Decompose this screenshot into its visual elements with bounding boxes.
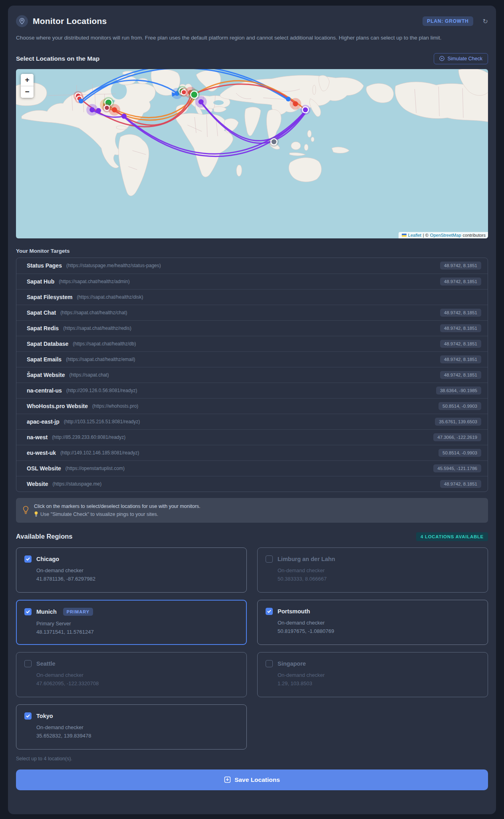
region-card[interactable]: Munich PRIMARY Primary Server 48.1371541…: [16, 600, 247, 645]
target-name: Status Pages: [27, 262, 62, 269]
target-url: (https://sapat.chat/healthz/db): [73, 341, 440, 347]
region-coords: 35.652832, 139.839478: [36, 732, 238, 740]
simulate-check-button[interactable]: Simulate Check: [434, 53, 488, 64]
target-name: Sapat Filesystem: [27, 294, 72, 300]
zoom-in-button[interactable]: +: [21, 74, 34, 86]
region-type: On-demand checker: [278, 566, 480, 575]
target-row: Sapat Database (https://sapat.chat/healt…: [16, 336, 488, 351]
target-coords-badge: 48.9742, 8.1851: [440, 324, 481, 332]
target-row: na-central-us (http://209.126.0.56:8081/…: [16, 383, 488, 398]
region-coords: 50.8197675, -1.0880769: [278, 627, 480, 635]
target-url: (https://statuspage.me): [52, 481, 440, 487]
map-marker[interactable]: [121, 113, 127, 119]
map-zoom-control: + −: [21, 74, 34, 98]
map-marker[interactable]: [198, 99, 204, 104]
map-marker[interactable]: [271, 139, 277, 145]
leaflet-link[interactable]: Leaflet: [408, 233, 421, 238]
region-type: On-demand checker: [36, 566, 238, 575]
region-coords: 47.6062095, -122.3320708: [36, 679, 238, 688]
region-card[interactable]: Seattle On-demand checker 47.6062095, -1…: [16, 652, 247, 697]
region-coords: 1.29, 103.8503: [278, 679, 480, 688]
target-url: (http://149.102.146.185:8081/readyz): [60, 450, 439, 456]
target-url: (http://209.126.0.56:8081/readyz): [66, 388, 436, 393]
target-coords-badge: 48.9742, 8.1851: [440, 371, 481, 379]
target-row: Status Pages (https://statuspage.me/heal…: [16, 258, 488, 274]
selection-limit-note: Select up to 4 location(s).: [16, 756, 488, 761]
region-coords: 50.383333, 8.066667: [278, 575, 480, 583]
region-name: Chicago: [36, 556, 59, 562]
target-url: (http://103.125.216.51:8081/readyz): [64, 419, 435, 424]
target-url: (https://sapat.chat): [69, 372, 440, 378]
target-name: WhoHosts.pro Website: [27, 403, 88, 409]
region-type: On-demand checker: [278, 619, 480, 627]
region-card[interactable]: Chicago On-demand checker 41.8781136, -8…: [16, 547, 247, 593]
map-marker[interactable]: [286, 97, 291, 101]
region-checkbox[interactable]: [24, 608, 32, 615]
region-checkbox[interactable]: [24, 712, 32, 720]
region-name: Tokyo: [36, 713, 53, 719]
region-coords: 41.8781136, -87.6297982: [36, 575, 238, 583]
target-coords-badge: 48.9742, 8.1851: [440, 262, 481, 270]
region-checkbox[interactable]: [24, 660, 32, 667]
target-coords-badge: 35.6761, 139.6503: [435, 418, 481, 426]
osm-link[interactable]: OpenStreetMap: [430, 233, 461, 238]
target-coords-badge: 45.5945, -121.1786: [433, 464, 481, 472]
region-checkbox[interactable]: [266, 555, 273, 563]
region-checkbox[interactable]: [24, 555, 32, 563]
primary-badge: PRIMARY: [63, 608, 93, 616]
target-name: apac-east-jp: [27, 418, 60, 425]
target-coords-badge: 48.9742, 8.1851: [440, 340, 481, 348]
plan-badge: PLAN: GROWTH: [423, 16, 473, 26]
target-name: Sapat Redis: [27, 325, 59, 331]
target-name: Sapat Hub: [27, 278, 54, 285]
map-marker[interactable]: [293, 101, 298, 106]
bulb-emoji-icon: [34, 511, 38, 517]
target-coords-badge: 48.9742, 8.1851: [440, 355, 481, 363]
world-map[interactable]: + − Leaflet | © OpenStreetMap contributo…: [16, 69, 488, 238]
map-marker[interactable]: [89, 107, 95, 112]
zoom-out-button[interactable]: −: [21, 86, 34, 98]
target-name: na-west: [27, 434, 48, 440]
target-coords-badge: 48.9742, 8.1851: [440, 278, 481, 286]
target-url: (http://85.239.233.60:8081/readyz): [52, 434, 433, 440]
regions-grid: Chicago On-demand checker 41.8781136, -8…: [16, 547, 488, 750]
region-card[interactable]: Portsmouth On-demand checker 50.8197675,…: [257, 600, 488, 645]
region-card[interactable]: Limburg an der Lahn On-demand checker 50…: [257, 547, 488, 593]
tip-box: Click on the markers to select/deselect …: [16, 498, 488, 523]
region-card[interactable]: Tokyo On-demand checker 35.652832, 139.8…: [16, 704, 247, 750]
target-coords-badge: 38.6364, -90.1985: [436, 387, 481, 395]
target-name: na-central-us: [27, 387, 62, 394]
target-name: OSL Website: [27, 465, 61, 472]
map-marker[interactable]: [96, 108, 101, 113]
save-locations-button[interactable]: Save Locations: [16, 769, 488, 790]
map-marker[interactable]: [112, 107, 117, 112]
target-coords-badge: 48.9742, 8.1851: [440, 309, 481, 317]
target-coords-badge: 47.3066, -122.2619: [433, 433, 481, 441]
lightbulb-outline-icon: [22, 506, 29, 515]
region-type: On-demand checker: [36, 671, 238, 679]
refresh-icon[interactable]: ↻: [483, 18, 488, 25]
target-url: (https://whohosts.pro): [92, 403, 439, 409]
locations-available-badge: 4 LOCATIONS AVAILABLE: [416, 532, 488, 541]
target-url: (https://sapat.chat/healthz/admin): [59, 279, 440, 284]
map-marker[interactable]: [79, 99, 83, 103]
map-attribution: Leaflet | © OpenStreetMap contributors: [399, 232, 488, 238]
target-url: (https://statuspage.me/healthz/status-pa…: [66, 263, 440, 268]
target-name: Website: [27, 481, 48, 487]
regions-heading: Available Regions: [16, 533, 73, 540]
map-marker[interactable]: [302, 107, 308, 113]
target-row: Website (https://statuspage.me) 48.9742,…: [16, 476, 488, 492]
region-checkbox[interactable]: [266, 660, 273, 667]
region-checkbox[interactable]: [266, 608, 273, 615]
tip-line-2: Use "Simulate Check" to visualize pings …: [34, 510, 200, 518]
save-icon: [224, 776, 231, 783]
location-pin-icon: [16, 15, 28, 27]
map-canvas: [16, 69, 488, 238]
map-landmasses: [16, 69, 488, 196]
region-card[interactable]: Singapore On-demand checker 1.29, 103.85…: [257, 652, 488, 697]
region-type: On-demand checker: [278, 671, 480, 679]
target-row: apac-east-jp (http://103.125.216.51:8081…: [16, 414, 488, 429]
target-coords-badge: 50.8514, -0.9903: [439, 402, 481, 410]
target-row: Sapat Redis (https://sapat.chat/healthz/…: [16, 320, 488, 336]
map-marker[interactable]: [190, 91, 198, 98]
